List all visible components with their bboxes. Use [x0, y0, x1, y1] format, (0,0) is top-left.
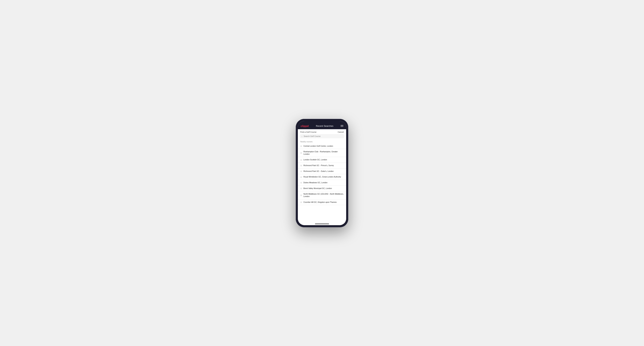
pin-icon: ◎	[300, 170, 302, 172]
list-item[interactable]: ◎Richmond Park GC - Duke's, London	[298, 169, 346, 174]
phone-screen: clippd Recent Searches Find a Golf Cours…	[298, 121, 346, 225]
app-logo: clippd	[301, 125, 309, 128]
course-name: Royal Wimbledon GC, Great London Authori…	[304, 176, 341, 178]
list-item[interactable]: ◎Coombe Hill GC, Kingston upon Thames	[298, 199, 346, 205]
list-item[interactable]: ◎Royal Wimbledon GC, Great London Author…	[298, 174, 346, 180]
pin-icon: ◎	[300, 182, 302, 183]
list-item[interactable]: ◎Central London Golf Centre, London	[298, 143, 346, 149]
course-name: Roehampton Club - Roehampton, Greater Lo…	[304, 151, 344, 155]
status-bar	[298, 121, 346, 123]
pin-icon: ◎	[300, 165, 302, 167]
list-item[interactable]: ◎Dukes Meadows GC, London	[298, 180, 346, 186]
list-item[interactable]: ◎London Scottish GC, London	[298, 157, 346, 163]
courses-list: ◎Central London Golf Centre, London◎Roeh…	[298, 143, 346, 223]
search-input[interactable]	[304, 135, 343, 137]
course-name: North Middlesex GC (1011942 - North Midd…	[304, 193, 344, 197]
list-item[interactable]: ◎Roehampton Club - Roehampton, Greater L…	[298, 149, 346, 157]
list-item[interactable]: ◎North Middlesex GC (1011942 - North Mid…	[298, 191, 346, 199]
cancel-button[interactable]: Cancel	[338, 131, 344, 133]
pin-icon: ◎	[300, 201, 302, 203]
find-bar: Find a Golf Course Cancel	[298, 129, 346, 134]
home-indicator	[298, 223, 346, 225]
phone-frame: clippd Recent Searches Find a Golf Cours…	[296, 119, 348, 227]
course-name: Richmond Park GC - Duke's, London	[304, 170, 334, 173]
course-name: Coombe Hill GC, Kingston upon Thames	[304, 201, 336, 203]
nearby-section-label: Nearby courses	[298, 140, 346, 143]
pin-icon: ◎	[300, 187, 302, 189]
course-name: Richmond Park GC - Prince's, Surrey	[304, 164, 334, 167]
pin-icon: ◎	[300, 176, 302, 178]
menu-icon[interactable]	[340, 125, 343, 127]
pin-icon: ◎	[300, 145, 302, 147]
list-item[interactable]: ◎Brent Valley Municipal GC, London	[298, 186, 346, 191]
course-name: Central London Golf Centre, London	[304, 145, 333, 147]
pin-icon: ◎	[300, 194, 302, 196]
search-box: ⌕	[300, 134, 344, 138]
course-name: Dukes Meadows GC, London	[304, 181, 328, 184]
app-header: clippd Recent Searches	[298, 123, 346, 129]
home-bar	[315, 224, 329, 224]
pin-icon: ◎	[300, 152, 302, 154]
course-name: Brent Valley Municipal GC, London	[304, 187, 332, 190]
content-area: Find a Golf Course Cancel ⌕ Nearby cours…	[298, 129, 346, 223]
app-header-title: Recent Searches	[316, 125, 334, 127]
find-label: Find a Golf Course	[300, 131, 316, 133]
search-icon: ⌕	[301, 135, 302, 137]
pin-icon: ◎	[300, 159, 302, 161]
course-name: London Scottish GC, London	[304, 159, 327, 161]
list-item[interactable]: ◎Richmond Park GC - Prince's, Surrey	[298, 163, 346, 169]
